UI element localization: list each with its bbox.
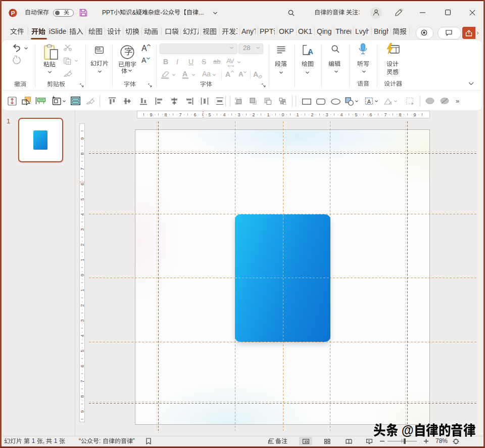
svg-text:6: 6 <box>193 112 196 117</box>
svg-text:1: 1 <box>296 112 299 117</box>
svg-text:A: A <box>308 47 313 55</box>
svg-text:8: 8 <box>164 112 167 117</box>
svg-text:6: 6 <box>80 365 85 367</box>
svg-text:7: 7 <box>384 112 386 117</box>
svg-text:0: 0 <box>80 274 85 276</box>
svg-text:4: 4 <box>80 334 85 337</box>
svg-text:1: 1 <box>80 258 85 261</box>
svg-text:9: 9 <box>413 112 416 117</box>
svg-text:2: 2 <box>80 304 85 306</box>
svg-text:P: P <box>11 10 15 16</box>
svg-text:0: 0 <box>281 112 284 117</box>
svg-text:5: 5 <box>80 349 85 352</box>
svg-text:4: 4 <box>80 213 85 215</box>
svg-text:4: 4 <box>223 112 225 117</box>
svg-text:7: 7 <box>80 167 85 170</box>
svg-text:4: 4 <box>340 112 343 117</box>
svg-text:8: 8 <box>80 152 85 155</box>
svg-text:7: 7 <box>179 112 181 117</box>
svg-text:6: 6 <box>80 183 85 185</box>
svg-text:2: 2 <box>252 112 255 117</box>
svg-text:2: 2 <box>311 112 313 117</box>
svg-text:1: 1 <box>267 112 269 117</box>
svg-text:9: 9 <box>150 112 152 117</box>
svg-text:8: 8 <box>399 112 401 117</box>
svg-text:5: 5 <box>355 112 357 117</box>
svg-text:9: 9 <box>80 410 85 413</box>
svg-text:8: 8 <box>80 395 85 397</box>
svg-text:1: 1 <box>80 289 85 291</box>
svg-text:9: 9 <box>80 137 85 140</box>
svg-text:A: A <box>367 99 371 105</box>
svg-text:7: 7 <box>80 380 85 382</box>
svg-text:2: 2 <box>80 243 85 246</box>
svg-text:3: 3 <box>237 112 240 117</box>
svg-text:3: 3 <box>80 319 85 322</box>
svg-text:5: 5 <box>208 112 211 117</box>
svg-text:5: 5 <box>80 198 85 200</box>
svg-text:6: 6 <box>369 112 372 117</box>
svg-text:3: 3 <box>80 228 85 231</box>
svg-text:3: 3 <box>325 112 328 117</box>
